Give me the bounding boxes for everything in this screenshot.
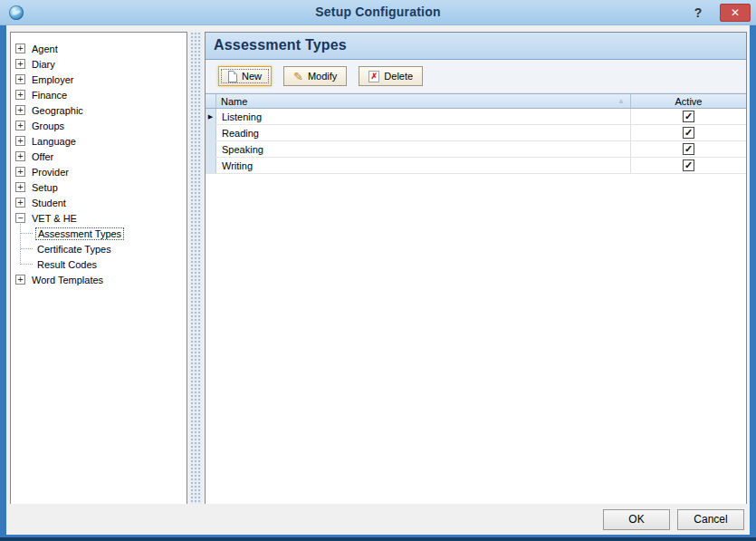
current-row-arrow: ▶ [208, 113, 213, 120]
delete-button[interactable]: ✗ Delete [359, 66, 423, 86]
sidebar-item-label: Assessment Types [35, 227, 124, 240]
sidebar-item-certificate-types[interactable]: Certificate Types [11, 241, 187, 256]
sidebar-item-employer[interactable]: + Employer [11, 72, 187, 87]
sidebar-item-geographic[interactable]: + Geographic [11, 102, 187, 118]
delete-x-icon: ✗ [368, 71, 379, 82]
cancel-button[interactable]: Cancel [677, 509, 744, 530]
toolbar: New ✎ Modify ✗ Delete [206, 60, 746, 93]
expand-plus-icon[interactable]: + [15, 182, 25, 192]
sidebar-item-label: Word Templates [30, 274, 105, 286]
modify-button[interactable]: ✎ Modify [283, 66, 347, 86]
help-button[interactable]: ? [689, 5, 707, 21]
expand-plus-icon[interactable]: + [15, 275, 25, 285]
sidebar-item-label: Diary [30, 58, 57, 71]
active-checkbox[interactable]: ✓ [683, 159, 694, 171]
sidebar-item-vet-he[interactable]: − VET & HE [11, 210, 187, 226]
row-active-cell: ✓ [631, 125, 746, 140]
ok-button[interactable]: OK [603, 509, 670, 530]
table-row[interactable]: Speaking ✓ [206, 141, 746, 158]
row-name: Speaking [216, 141, 631, 157]
row-name: Writing [216, 158, 631, 173]
sidebar-item-label: Employer [30, 73, 75, 86]
expand-plus-icon[interactable]: + [15, 43, 25, 53]
pencil-icon: ✎ [293, 71, 303, 82]
sidebar-item-label: Setup [30, 181, 60, 194]
name-column-header[interactable]: Name ▲ [216, 94, 631, 108]
new-button-label: New [242, 71, 262, 82]
active-checkbox[interactable]: ✓ [683, 127, 694, 139]
sidebar-item-label: Finance [30, 89, 69, 101]
sidebar-item-label: Result Codes [35, 258, 99, 271]
vet-he-children: Assessment Types Certificate Types Resul… [11, 226, 187, 272]
table-row[interactable]: Reading ✓ [206, 125, 746, 141]
expand-plus-icon[interactable]: + [15, 59, 25, 69]
assessment-types-panel: Assessment Types New ✎ Modify ✗ Delete [205, 32, 747, 506]
table-row[interactable]: Writing ✓ [206, 158, 746, 174]
table-row[interactable]: ▶ Listening ✓ [206, 109, 746, 125]
row-selector: ▶ [206, 109, 216, 124]
name-header-label: Name [221, 96, 247, 107]
expand-plus-icon[interactable]: + [15, 151, 25, 161]
selector-column-header [206, 94, 216, 108]
assessment-types-table: Name ▲ Active ▶ Listening ✓ Re [206, 93, 746, 174]
expand-plus-icon[interactable]: + [15, 74, 25, 84]
delete-button-label: Delete [384, 71, 413, 82]
active-checkbox[interactable]: ✓ [683, 111, 694, 122]
sidebar-item-label: VET & HE [30, 212, 79, 225]
active-checkbox[interactable]: ✓ [683, 143, 694, 155]
sidebar-item-agent[interactable]: + Agent [11, 41, 187, 56]
sidebar-item-label: Certificate Types [35, 243, 113, 256]
close-button[interactable]: ✕ [720, 4, 751, 22]
active-column-header[interactable]: Active [631, 94, 746, 108]
expand-plus-icon[interactable]: + [15, 90, 25, 100]
row-selector [206, 141, 216, 157]
sidebar-item-result-codes[interactable]: Result Codes [11, 256, 187, 272]
sidebar-item-label: Groups [30, 120, 66, 132]
expand-plus-icon[interactable]: + [15, 105, 25, 115]
sidebar-item-label: Offer [30, 150, 55, 163]
row-selector [206, 158, 216, 173]
expand-plus-icon[interactable]: + [15, 198, 25, 208]
new-button[interactable]: New [218, 66, 272, 86]
row-active-cell: ✓ [631, 158, 746, 173]
title-bar: Setup Configuration ? ✕ [0, 0, 756, 25]
panel-splitter[interactable] [190, 32, 202, 506]
setup-configuration-window: Setup Configuration ? ✕ + Agent + Diary … [0, 0, 756, 541]
sidebar-item-label: Agent [30, 43, 60, 55]
new-document-icon [228, 71, 237, 82]
row-selector [206, 125, 216, 140]
window-title: Setup Configuration [0, 5, 756, 19]
expand-plus-icon[interactable]: + [15, 167, 25, 177]
dialog-body: + Agent + Diary + Employer + Finance + G… [6, 25, 750, 535]
sidebar-item-finance[interactable]: + Finance [11, 87, 187, 102]
sidebar-item-diary[interactable]: + Diary [11, 56, 187, 72]
dialog-footer: OK Cancel [6, 504, 750, 535]
sidebar-item-label: Student [30, 197, 68, 209]
sidebar-item-word-templates[interactable]: + Word Templates [11, 272, 187, 287]
expand-plus-icon[interactable]: + [15, 136, 25, 146]
row-active-cell: ✓ [631, 141, 746, 157]
row-active-cell: ✓ [631, 109, 746, 124]
sidebar-item-assessment-types[interactable]: Assessment Types [11, 226, 187, 241]
sidebar-item-label: Geographic [30, 104, 85, 117]
row-name: Listening [216, 109, 631, 124]
page-title: Assessment Types [206, 33, 746, 60]
sidebar-item-label: Provider [30, 166, 71, 179]
sidebar-item-groups[interactable]: + Groups [11, 118, 187, 133]
sidebar-item-student[interactable]: + Student [11, 195, 187, 210]
expand-plus-icon[interactable]: + [15, 121, 25, 130]
row-name: Reading [216, 125, 631, 140]
sidebar-item-setup[interactable]: + Setup [11, 179, 187, 195]
sidebar-item-language[interactable]: + Language [11, 133, 187, 149]
sidebar-item-provider[interactable]: + Provider [11, 164, 187, 179]
table-header: Name ▲ Active [206, 93, 746, 109]
sidebar-item-label: Language [30, 135, 78, 148]
sort-ascending-icon: ▲ [617, 98, 625, 105]
settings-tree: + Agent + Diary + Employer + Finance + G… [10, 32, 187, 506]
modify-button-label: Modify [308, 71, 337, 82]
sidebar-item-offer[interactable]: + Offer [11, 149, 187, 164]
